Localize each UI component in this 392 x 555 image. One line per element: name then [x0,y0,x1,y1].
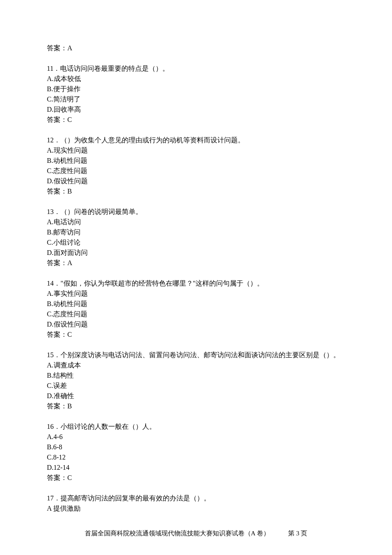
question-stem: 12．（）为收集个人意见的理由或行为的动机等资料而设计问题。 [47,135,345,145]
question-stem: 14．"假如，你认为华联超市的经营特色在哪里？"这样的问句属于（）。 [47,278,345,289]
answer: 答案：B [47,186,345,197]
option-d: D.12-14 [47,462,345,473]
option-d: D.假设性问题 [47,176,345,186]
question-stem: 17．提高邮寄访问法的回复率的最有效的办法是（）。 [47,493,345,503]
previous-answer: 答案：A [47,43,345,53]
option-a: A.调查成本 [47,360,345,370]
footer-page-number: 第 3 页 [288,530,307,537]
answer: 答案：C [47,473,345,483]
option-a: A 提供激励 [47,503,345,514]
question-17: 17．提高邮寄访问法的回复率的最有效的办法是（）。 A 提供激励 [47,493,345,514]
answer: 答案：B [47,401,345,411]
option-c: C.小组讨论 [47,237,345,248]
question-stem: 16．小组讨论的人数一般在（）人。 [47,422,345,432]
footer-title: 首届全国商科院校流通领域现代物流技能大赛知识赛试卷（A 卷） [85,530,270,537]
page-footer: 首届全国商科院校流通领域现代物流技能大赛知识赛试卷（A 卷） 第 3 页 [0,529,392,538]
option-d: D.回收率高 [47,104,345,115]
question-13: 13．（）问卷的说明词最简单。 A.电话访问 B.邮寄访问 C.小组讨论 D.面… [47,207,345,268]
document-page: 答案：A 11．电话访问问卷最重要的特点是（）。 A.成本较低 B.便于操作 C… [0,0,392,555]
question-15: 15．个别深度访谈与电话访问法、留置问卷访问法、邮寄访问法和面谈访问法的主要区别… [47,350,345,411]
question-stem: 13．（）问卷的说明词最简单。 [47,207,345,217]
option-b: B.邮寄访问 [47,227,345,237]
option-a: A.4-6 [47,432,345,442]
option-c: C.态度性问题 [47,166,345,176]
answer: 答案：C [47,330,345,340]
option-a: A.电话访问 [47,217,345,227]
option-a: A.成本较低 [47,74,345,84]
option-c: C.8-12 [47,452,345,462]
option-a: A.事实性问题 [47,289,345,299]
option-a: A.现实性问题 [47,145,345,156]
option-c: C.误差 [47,381,345,391]
option-d: D.面对面访问 [47,248,345,258]
option-b: B.动机性问题 [47,299,345,309]
option-d: D.准确性 [47,391,345,401]
option-c: C.态度性问题 [47,309,345,319]
answer: 答案：A [47,258,345,268]
option-b: B.动机性问题 [47,156,345,166]
question-stem: 11．电话访问问卷最重要的特点是（）。 [47,64,345,74]
option-b: B.结构性 [47,370,345,381]
option-b: B.6-8 [47,442,345,452]
question-12: 12．（）为收集个人意见的理由或行为的动机等资料而设计问题。 A.现实性问题 B… [47,135,345,197]
answer: 答案：C [47,115,345,125]
question-16: 16．小组讨论的人数一般在（）人。 A.4-6 B.6-8 C.8-12 D.1… [47,422,345,483]
question-stem: 15．个别深度访谈与电话访问法、留置问卷访问法、邮寄访问法和面谈访问法的主要区别… [47,350,345,360]
question-11: 11．电话访问问卷最重要的特点是（）。 A.成本较低 B.便于操作 C.简洁明了… [47,64,345,125]
option-b: B.便于操作 [47,84,345,94]
option-c: C.简洁明了 [47,94,345,104]
question-14: 14．"假如，你认为华联超市的经营特色在哪里？"这样的问句属于（）。 A.事实性… [47,278,345,340]
option-d: D.假设性问题 [47,319,345,330]
